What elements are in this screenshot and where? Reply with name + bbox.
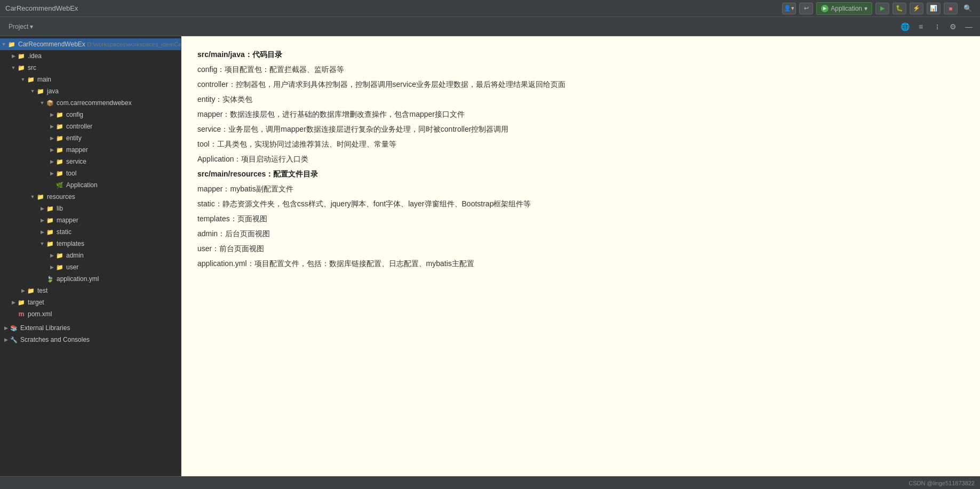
note-line: user：前台页面视图 — [197, 241, 964, 256]
external-arrow: ▶ — [2, 324, 10, 332]
note-line: templates：页面视图 — [197, 211, 964, 226]
tree-item-resources[interactable]: ▼ 📁 resources — [0, 191, 181, 203]
coverage-button[interactable]: ⚡ — [910, 3, 923, 14]
main-arrow: ▼ — [19, 76, 27, 83]
tree-item-scratches[interactable]: ▶ 🔧 Scratches and Consoles — [0, 334, 181, 346]
tree-item-test[interactable]: ▶ 📁 test — [0, 285, 181, 296]
note-line: static：静态资源文件夹，包含css样式、jquery脚本、font字体、l… — [197, 196, 964, 211]
root-arrow: ▼ — [0, 41, 7, 48]
search-button[interactable]: 🔍 — [961, 3, 975, 14]
note-line: config：项目配置包：配置拦截器、监听器等 — [197, 62, 964, 77]
tree-root[interactable]: ▼ 📁 CarRecommendWebEx D:\workspaces\work… — [0, 38, 181, 50]
tree-item-lib[interactable]: ▶ 📁 lib — [0, 203, 181, 214]
toolbar: Project ▾ 🌐 ≡ ⫶ ⚙ — — [0, 17, 980, 36]
minimize-icon-btn[interactable]: — — [962, 20, 976, 34]
tree-item-src[interactable]: ▼ 📁 src — [0, 62, 181, 74]
application-label: Application — [66, 181, 98, 189]
note-line: application.yml：项目配置文件，包括：数据库链接配置、日志配置、m… — [197, 256, 964, 271]
tree-item-java[interactable]: ▼ 📁 java — [0, 85, 181, 97]
tree-item-external[interactable]: ▶ 📚 External Libraries — [0, 322, 181, 334]
java-label: java — [47, 87, 59, 95]
target-arrow: ▶ — [10, 299, 17, 306]
mapper-folder-icon: 📁 — [55, 146, 64, 154]
run-config-icon: ▶ — [821, 5, 828, 12]
user-label: user — [66, 263, 78, 271]
editor-area: src/main/java：代码目录config：项目配置包：配置拦截器、监听器… — [181, 36, 980, 476]
tree-item-appyml[interactable]: ▶ 🍃 application.yml — [0, 273, 181, 285]
entity-arrow: ▶ — [48, 134, 55, 142]
run-config-label: Application — [831, 5, 862, 12]
external-label: External Libraries — [20, 324, 70, 332]
title-bar-actions: 👤▾ ↩ ▶ Application ▾ ▶ 🐛 ⚡ 📊 ■ 🔍 — [782, 2, 975, 15]
admin-label: admin — [66, 252, 84, 259]
pomxml-label: pom.xml — [28, 310, 52, 318]
tool-arrow: ▶ — [48, 170, 55, 177]
pomxml-icon: m — [17, 310, 26, 318]
run-button[interactable]: ▶ — [875, 3, 889, 14]
note-line: mapper：mybatis副配置文件 — [197, 181, 964, 196]
entity-label: entity — [66, 134, 82, 142]
src-arrow: ▼ — [10, 64, 17, 71]
tree-item-entity[interactable]: ▶ 📁 entity — [0, 132, 181, 144]
project-dropdown[interactable]: Project ▾ — [4, 21, 37, 32]
tool-label: tool — [66, 170, 76, 177]
resources-folder-icon: 📁 — [36, 193, 45, 201]
src-folder-icon: 📁 — [17, 63, 26, 72]
lib-arrow: ▶ — [38, 205, 46, 212]
tree-item-templates[interactable]: ▼ 📁 templates — [0, 238, 181, 250]
filter-icon-btn[interactable]: ⫶ — [930, 20, 944, 34]
tree-item-admin[interactable]: ▶ 📁 admin — [0, 250, 181, 261]
user-button[interactable]: 👤▾ — [782, 3, 796, 14]
config-arrow: ▶ — [48, 111, 55, 118]
application-spring-icon: 🌿 — [55, 181, 64, 189]
tree-item-target[interactable]: ▶ 📁 target — [0, 296, 181, 308]
title-bar: CarRecommendWebEx 👤▾ ↩ ▶ Application ▾ ▶… — [0, 0, 980, 17]
com-package-icon: 📦 — [46, 99, 54, 107]
tree-item-config[interactable]: ▶ 📁 config — [0, 109, 181, 121]
static-folder-icon: 📁 — [46, 228, 54, 236]
com-label: com.carrecommendwebex — [57, 99, 132, 107]
test-label: test — [37, 287, 47, 294]
mapper-label: mapper — [66, 146, 88, 154]
tree-item-idea[interactable]: ▶ 📁 .idea — [0, 50, 181, 62]
note-line: src/main/java：代码目录 — [197, 47, 964, 62]
note-line: mapper：数据连接层包，进行基础的数据库增删改查操作，包含mapper接口文… — [197, 107, 964, 122]
tree-item-mapper2[interactable]: ▶ 📁 mapper — [0, 214, 181, 226]
resources-arrow: ▼ — [29, 193, 36, 201]
run-config-selector[interactable]: ▶ Application ▾ — [816, 2, 872, 15]
resources-label: resources — [47, 193, 75, 201]
project-dropdown-arrow: ▾ — [30, 23, 33, 30]
scratches-icon: 🔧 — [10, 335, 18, 344]
run-config-dropdown-icon: ▾ — [864, 5, 867, 12]
note-line: admin：后台页面视图 — [197, 226, 964, 241]
lib-label: lib — [57, 205, 63, 212]
tree-item-tool[interactable]: ▶ 📁 tool — [0, 167, 181, 179]
tree-item-static[interactable]: ▶ 📁 static — [0, 226, 181, 238]
service-arrow: ▶ — [48, 158, 55, 165]
sort-icon-btn[interactable]: ≡ — [914, 20, 928, 34]
java-arrow: ▼ — [29, 87, 36, 95]
tree-item-mapper[interactable]: ▶ 📁 mapper — [0, 144, 181, 156]
undo-button[interactable]: ↩ — [799, 3, 813, 14]
tree-item-com[interactable]: ▼ 📦 com.carrecommendwebex — [0, 97, 181, 109]
settings-icon-btn[interactable]: ⚙ — [946, 20, 960, 34]
tree-item-application[interactable]: ▶ 🌿 Application — [0, 179, 181, 191]
scratches-arrow: ▶ — [2, 336, 10, 343]
profile-button[interactable]: 📊 — [927, 3, 941, 14]
config-label: config — [66, 111, 83, 118]
java-folder-icon: 📁 — [36, 87, 45, 95]
idea-arrow: ▶ — [10, 52, 17, 60]
tree-item-user[interactable]: ▶ 📁 user — [0, 261, 181, 273]
tree-item-controller[interactable]: ▶ 📁 controller — [0, 121, 181, 132]
stop-button[interactable]: ■ — [944, 3, 958, 14]
tree-container[interactable]: ▼ 📁 CarRecommendWebEx D:\workspaces\work… — [0, 36, 181, 476]
tree-item-service[interactable]: ▶ 📁 service — [0, 156, 181, 167]
debug-button[interactable]: 🐛 — [893, 3, 906, 14]
templates-arrow: ▼ — [38, 240, 46, 247]
test-arrow: ▶ — [19, 287, 27, 294]
tree-item-main[interactable]: ▼ 📁 main — [0, 74, 181, 85]
globe-icon-btn[interactable]: 🌐 — [898, 20, 912, 34]
tree-item-pomxml[interactable]: ▶ m pom.xml — [0, 308, 181, 320]
static-arrow: ▶ — [38, 228, 46, 236]
note-line: tool：工具类包，实现协同过滤推荐算法、时间处理、常量等 — [197, 137, 964, 151]
